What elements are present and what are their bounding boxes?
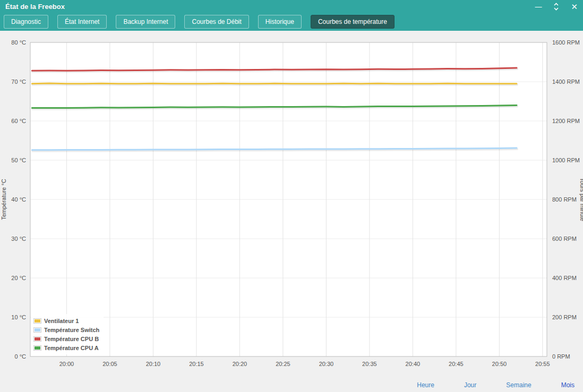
y-tick-label-left: 30 °C (11, 236, 26, 242)
x-tick-label: 20:45 (449, 361, 464, 367)
x-tick-label: 20:00 (59, 361, 74, 367)
y-tick-label-left: 40 °C (11, 196, 26, 203)
y-tick-label-right: 1000 RPM (552, 157, 580, 163)
freebox-status-window: État de la Freebox — ✕ Diagnostic État I… (0, 0, 583, 378)
chevron-up-down-icon (553, 2, 559, 11)
tab-bar: Diagnostic État Internet Backup Internet… (0, 13, 583, 31)
x-tick-label: 20:50 (492, 361, 507, 367)
legend-label: Température CPU A (44, 345, 99, 351)
x-tick-label: 20:25 (276, 361, 290, 367)
tab-courbes-de-debit[interactable]: Courbes de Débit (184, 15, 248, 29)
right-axis-title: Tours par minute (579, 178, 583, 221)
legend-item: Température CPU B (33, 334, 99, 343)
y-tick-label-left: 0 °C (14, 353, 26, 360)
legend-label: Température Switch (44, 327, 99, 333)
minimize-icon[interactable]: — (535, 3, 542, 10)
close-icon[interactable]: ✕ (571, 3, 578, 11)
time-range-semaine[interactable]: Semaine (506, 381, 531, 389)
x-tick-label: 20:15 (189, 361, 204, 367)
y-tick-label-left: 70 °C (11, 79, 26, 85)
x-tick-label: 20:10 (146, 361, 161, 367)
y-tick-label-right: 1400 RPM (552, 79, 580, 85)
x-tick-label: 20:55 (535, 361, 550, 367)
tab-backup-internet[interactable]: Backup Internet (116, 15, 175, 29)
window-title: État de la Freebox (5, 3, 65, 11)
y-tick-label-right: 800 RPM (552, 196, 577, 203)
legend-swatch (33, 318, 41, 324)
time-range-links: Heure Jour Semaine Mois (417, 381, 575, 389)
y-tick-label-right: 400 RPM (552, 275, 577, 281)
y-tick-label-left: 60 °C (11, 118, 26, 124)
tab-historique[interactable]: Historique (258, 15, 302, 29)
legend-item: Ventilateur 1 (33, 316, 99, 325)
window-controls: — ✕ (535, 2, 578, 11)
time-range-mois[interactable]: Mois (561, 381, 575, 389)
series-shadow-ventilateur-1 (32, 84, 517, 85)
x-tick-label: 20:05 (102, 361, 117, 367)
legend-label: Ventilateur 1 (44, 318, 79, 324)
chart-legend: Ventilateur 1Température SwitchTempératu… (31, 314, 104, 354)
y-tick-label-right: 1600 RPM (552, 39, 580, 46)
x-tick-label: 20:30 (319, 361, 334, 367)
y-tick-label-left: 20 °C (11, 275, 26, 281)
y-tick-label-left: 10 °C (11, 314, 26, 320)
titlebar: État de la Freebox — ✕ (0, 0, 583, 13)
x-tick-label: 20:35 (362, 361, 377, 367)
tab-etat-internet[interactable]: État Internet (57, 15, 107, 29)
x-tick-label: 20:40 (406, 361, 421, 367)
time-range-heure[interactable]: Heure (417, 381, 434, 389)
legend-swatch (33, 345, 41, 351)
tab-diagnostic[interactable]: Diagnostic (4, 15, 48, 29)
y-tick-label-right: 600 RPM (552, 236, 577, 242)
legend-item: Température CPU A (33, 343, 99, 352)
y-tick-label-right: 1200 RPM (552, 118, 580, 124)
tab-courbes-de-temperature[interactable]: Courbes de température (311, 15, 395, 29)
series-line-ventilateur-1 (32, 83, 517, 84)
y-tick-label-right: 200 RPM (552, 314, 577, 320)
y-tick-label-left: 50 °C (11, 157, 26, 163)
legend-item: Température Switch (33, 325, 99, 334)
temperature-chart: 20:0020:0520:1020:1520:2020:2520:3020:35… (0, 31, 583, 378)
x-tick-label: 20:20 (233, 361, 247, 367)
legend-swatch (33, 336, 41, 342)
time-range-jour[interactable]: Jour (464, 381, 476, 389)
legend-swatch (33, 327, 41, 333)
y-tick-label-right: 0 RPM (552, 353, 570, 360)
collapse-icon[interactable] (553, 2, 559, 11)
y-tick-label-left: 80 °C (11, 39, 26, 46)
left-axis-title: Température °C (1, 179, 7, 220)
legend-label: Température CPU B (44, 336, 99, 342)
